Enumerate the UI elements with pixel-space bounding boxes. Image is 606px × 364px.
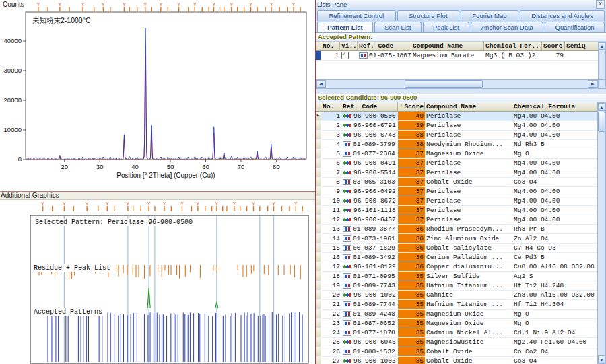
accepted-pattern-row[interactable]: 101-075-1807Magnesium BorateMg3 ( B O3 )… [316, 51, 599, 61]
row-selector[interactable] [316, 149, 321, 159]
x-tick-label: 30 [96, 163, 104, 170]
candidate-row[interactable]: 2796-900-100335Cobalt OxideCo3 O4 [316, 357, 598, 364]
candidate-vscrollbar[interactable]: ▲ ▼ [597, 102, 606, 364]
row-selector[interactable] [316, 178, 321, 187]
candidate-row[interactable]: ▸196-900-050040PericlaseMg4.00 O4.00 [316, 112, 598, 121]
accepted-hscrollbar[interactable]: ◀ ▶ [316, 79, 598, 89]
column-header-vi-[interactable]: Vi... [340, 42, 358, 51]
candidate-row[interactable]: 1296-900-645737PericlaseMg4.00 O4.00 [316, 215, 598, 225]
hscroll-track[interactable] [326, 80, 588, 88]
candidate-row[interactable]: 996-900-049237PericlaseMg4.00 O4.00 [316, 187, 598, 196]
candidate-row[interactable]: 2601-080-153235Cobalt OxideCo Co2 O4 [316, 347, 598, 357]
column-header-no-[interactable]: No. [321, 42, 340, 51]
row-selector[interactable] [316, 310, 321, 319]
candidate-row[interactable]: 1796-101-012936Copper dialuminiu...Cu8.0… [316, 262, 598, 272]
row-no: 15 [321, 244, 341, 253]
column-header-ref-code[interactable]: Ref. Code [358, 42, 411, 51]
row-selector[interactable] [316, 187, 321, 196]
tab-structure-plot[interactable]: Structure Plot [397, 10, 459, 21]
column-header-compound-name[interactable]: Compound Name [425, 102, 512, 112]
scroll-up-icon[interactable]: ▲ [598, 103, 605, 111]
candidate-row[interactable]: 1196-101-111837PericlaseMg4.00 O4.00 [316, 206, 598, 215]
score-cell: 39 [398, 121, 425, 131]
row-selector[interactable] [316, 159, 321, 168]
scroll-left-icon[interactable]: ◀ [316, 80, 326, 88]
row-selector[interactable]: ▸ [316, 112, 321, 121]
candidate-row[interactable]: 501-077-236437Magnesium OxideMg O [316, 149, 598, 159]
column-header-score[interactable]: Score [542, 42, 565, 51]
row-selector[interactable] [316, 319, 321, 328]
candidate-row[interactable]: 1901-089-774335Hafnium Titanium ...Hf Ti… [316, 281, 598, 291]
column-header-score[interactable]: ↑Score [398, 102, 425, 112]
tab-pattern-list[interactable]: Pattern List [317, 22, 373, 32]
row-selector[interactable] [316, 357, 321, 364]
candidate-row[interactable]: 1801-071-099535Silver SulfideAg2 S [316, 272, 598, 281]
candidate-row[interactable]: 2301-087-065235Magnesium OxideMg O [316, 319, 598, 328]
row-selector[interactable] [316, 206, 321, 215]
row-selector[interactable] [316, 347, 321, 357]
pattern-marker-icon: Y [86, 201, 89, 206]
candidate-row[interactable]: 696-900-049137PericlaseMg4.00 O4.00 [316, 159, 598, 168]
column-header-ref-code[interactable]: Ref. Code [341, 102, 398, 112]
column-header-no-[interactable]: No. [321, 102, 341, 112]
chemical-formula: Rh3 Pr B [512, 225, 598, 234]
row-selector[interactable] [316, 272, 321, 281]
row-selector[interactable] [316, 168, 321, 178]
vscroll-thumb[interactable] [598, 112, 605, 132]
column-header-compound-name[interactable]: Compound Name [411, 42, 484, 51]
scroll-up-icon[interactable]: ▲ [599, 42, 605, 50]
row-selector[interactable] [316, 51, 321, 61]
column-header-semiq[interactable]: SemiQ [565, 42, 599, 51]
tab-scan-list[interactable]: Scan List [374, 22, 422, 32]
candidate-row[interactable]: 1500-037-162936Cobalt salicylateC7 H4 Co… [316, 244, 598, 253]
column-header-chemical-formula[interactable]: Chemical Formula [512, 102, 598, 112]
row-selector[interactable] [316, 121, 321, 131]
tab-anchor-scan-data[interactable]: Anchor Scan Data [471, 22, 543, 32]
row-selector[interactable] [316, 253, 321, 262]
candidate-row[interactable]: 803-065-310337Cobalt OxideCo3 O4 [316, 178, 598, 187]
row-selector[interactable] [316, 131, 321, 140]
row-selector[interactable] [316, 338, 321, 347]
row-selector[interactable] [316, 300, 321, 310]
candidate-row[interactable]: 1096-900-867237PericlaseMg4.00 O4.00 [316, 196, 598, 206]
candidate-row[interactable]: 2096-900-100235GahniteZn8.00 Al16.00 O32… [316, 291, 598, 300]
row-selector[interactable] [316, 291, 321, 300]
column-header-chemical-for-[interactable]: Chemical For... [484, 42, 542, 51]
candidate-row[interactable]: 2596-900-604535MagnesiowustiteMg2.40 Fe1… [316, 338, 598, 347]
compound-name: Periclase [425, 168, 512, 178]
ref-code: 01-089-3877 [341, 225, 398, 234]
tab-quantification[interactable]: Quantification [545, 22, 605, 32]
row-selector[interactable] [316, 281, 321, 291]
row-selector[interactable] [316, 244, 321, 253]
candidate-row[interactable]: 1601-089-349236Cerium Palladium ...Ce Pd… [316, 253, 598, 262]
row-selector[interactable] [316, 215, 321, 225]
candidate-row[interactable]: 1401-073-196136Zinc Aluminum OxideZn Al2… [316, 234, 598, 244]
row-selector[interactable] [316, 140, 321, 149]
row-selector[interactable] [316, 225, 321, 234]
visible-checkbox[interactable] [341, 52, 349, 59]
tab-refinement-control[interactable]: Refinement Control [317, 10, 396, 21]
icdd-database-icon [343, 273, 351, 279]
row-selector[interactable] [316, 262, 321, 272]
candidate-row[interactable]: 2201-089-424835Magnesium OxideMg O [316, 310, 598, 319]
candidate-row[interactable]: 401-089-379938Neodymium Rhodium...Nd Rh3… [316, 140, 598, 149]
candidate-row[interactable]: 2401-077-187835Cadmium Nickel Al...Cd.1 … [316, 328, 598, 338]
candidate-row[interactable]: 396-900-674838PericlaseMg4.00 O4.00 [316, 131, 598, 140]
candidate-row[interactable]: 1301-089-387736Rhodium Praseodym...Rh3 P… [316, 225, 598, 234]
tab-peak-list[interactable]: Peak List [423, 22, 470, 32]
tab-fourier-map[interactable]: Fourier Map [461, 10, 518, 21]
scroll-right-icon[interactable]: ▶ [588, 80, 597, 88]
candidate-row[interactable]: 796-900-551437PericlaseMg4.00 O4.00 [316, 168, 598, 178]
tab-distances-and-angles[interactable]: Distances and Angles [520, 10, 605, 21]
scroll-down-icon[interactable]: ▼ [598, 355, 605, 363]
ref-code: 96-900-5514 [341, 168, 398, 178]
row-selector[interactable] [316, 328, 321, 338]
candidate-row[interactable]: 296-900-679139PericlaseMg4.00 O4.00 [316, 121, 598, 131]
close-icon[interactable]: x [596, 0, 605, 9]
hscroll-thumb[interactable] [405, 80, 483, 88]
row-selector[interactable] [316, 196, 321, 206]
chemical-formula: Mg4.00 O4.00 [512, 196, 598, 206]
row-selector[interactable] [316, 234, 321, 244]
visible-cell[interactable] [340, 51, 358, 61]
candidate-row[interactable]: 2101-089-774435Hafnium Titanium ...Hf Ti… [316, 300, 598, 310]
